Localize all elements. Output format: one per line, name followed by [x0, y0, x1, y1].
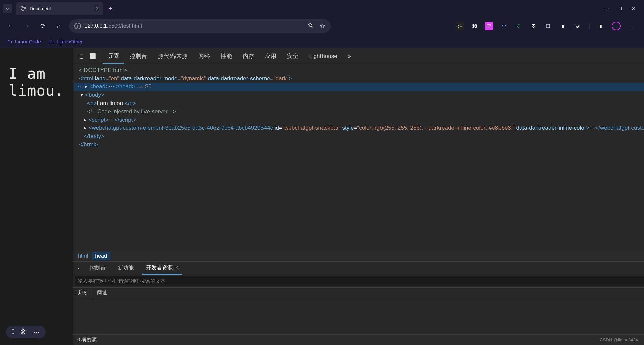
drawer-tab-whatsnew[interactable]: 新功能 [114, 262, 137, 275]
tab-close-button[interactable]: × [96, 6, 99, 12]
drawer-menu-icon[interactable]: ⋮ [76, 266, 81, 271]
ext-icon-4[interactable]: 〰 [500, 22, 508, 30]
tab-title: Document [30, 6, 51, 11]
close-icon[interactable]: ✕ [631, 6, 635, 11]
maximize-icon[interactable]: ❐ [618, 6, 622, 11]
devtools-drawer: ⋮ 控制台 新功能 开发者资源× ✕ 输入要在"网址"和"错误"列中搜索的文本 … [73, 261, 644, 345]
drawer-status: 0 项资源 [73, 334, 644, 345]
drawer-tab-devresources[interactable]: 开发者资源× [142, 262, 182, 275]
ext-icon-7[interactable]: ❐ [544, 22, 552, 30]
sidepanel-icon[interactable]: ◧ [597, 22, 606, 30]
drawer-tabs: ⋮ 控制台 新功能 开发者资源× ✕ [73, 262, 644, 275]
folder-icon: 🗀 [7, 39, 12, 44]
dom-selected-row[interactable]: ⋯ ▸ <head>⋯</head> == $0 [74, 83, 644, 91]
ext-icon-8[interactable]: ▮ [559, 22, 567, 30]
tab-performance[interactable]: 性能 [216, 48, 237, 64]
bookmarks-bar: 🗀LimouCode 🗀LimouOther [0, 35, 644, 48]
microphone-icon[interactable]: 🎤︎ [21, 328, 27, 336]
home-button[interactable]: ⌂ [53, 20, 64, 32]
profile-avatar-icon[interactable] [612, 22, 621, 30]
content-area: I am limou. I 🎤︎ ⋯ ⬚ ⬜ │ 元素 控制台 源代码/来源 网… [0, 48, 644, 345]
drawer-filter-row: 输入要在"网址"和"错误"列中搜索的文本 ✓通过网站加载 [73, 275, 644, 288]
text-cursor-icon[interactable]: I [12, 328, 14, 336]
tab-network[interactable]: 网络 [194, 48, 215, 64]
more-tabs-icon[interactable]: » [343, 48, 356, 64]
ext-icon-1[interactable]: ◎ [455, 22, 464, 30]
url-path: :5500/test.html [107, 23, 142, 29]
tab-application[interactable]: 应用 [260, 48, 281, 64]
new-tab-button[interactable]: + [105, 4, 115, 14]
browser-toolbar: ← → ⟳ ⌂ i 127.0.0.1:5500/test.html 🔍︎ ☆ … [0, 17, 644, 35]
voice-toolbar[interactable]: I 🎤︎ ⋯ [6, 326, 46, 338]
devtools-main: <!DOCTYPE html> <html lang="en" data-dar… [73, 64, 644, 261]
forward-button[interactable]: → [21, 20, 32, 32]
tab-lighthouse[interactable]: Lighthouse [304, 48, 342, 64]
dom-doctype: <!DOCTYPE html> [79, 67, 127, 73]
tab-close-icon[interactable]: × [175, 265, 178, 271]
tab-sources[interactable]: 源代码/来源 [153, 48, 193, 64]
drawer-table-header: 状态 网址 启动器 总字节数 错误 [73, 288, 644, 299]
reload-button[interactable]: ⟳ [37, 20, 48, 32]
minimize-icon[interactable]: ─ [605, 6, 608, 11]
device-toggle-icon[interactable]: ⬜ [87, 53, 98, 59]
devtools-panel: ⬚ ⬜ │ 元素 控制台 源代码/来源 网络 性能 内存 应用 安全 Light… [73, 48, 644, 345]
browser-tab[interactable]: 🌐︎ Document × [16, 2, 103, 15]
folder-icon: 🗀 [49, 39, 54, 44]
ext-icon-2[interactable]: 👀 [470, 22, 479, 30]
zoom-icon[interactable]: 🔍︎ [308, 22, 314, 30]
ext-icon-6[interactable]: 🚫︎ [529, 22, 538, 30]
ext-icon-3[interactable]: 中 [485, 22, 493, 30]
browser-titlebar: 🌐︎ Document × + ─ ❐ ✕ [0, 0, 644, 17]
site-info-icon[interactable]: i [74, 23, 81, 29]
crumb-html[interactable]: html [75, 252, 92, 260]
more-icon[interactable]: ⋯ [34, 328, 40, 336]
tab-memory[interactable]: 内存 [238, 48, 259, 64]
globe-icon: 🌐︎ [21, 6, 26, 12]
address-bar[interactable]: i 127.0.0.1:5500/test.html 🔍︎ ☆ [69, 19, 331, 33]
bookmark-star-icon[interactable]: ☆ [320, 22, 325, 30]
drawer-search-input[interactable]: 输入要在"网址"和"错误"列中搜索的文本 [75, 276, 644, 286]
webpage-viewport: I am limou. I 🎤︎ ⋯ [0, 48, 73, 345]
bookmark-label: LimouOther [57, 39, 83, 44]
bookmark-label: LimouCode [15, 39, 41, 44]
crumb-head[interactable]: head [92, 252, 110, 260]
bookmark-item[interactable]: 🗀LimouCode [7, 39, 41, 44]
dom-tree[interactable]: <!DOCTYPE html> <html lang="en" data-dar… [73, 64, 644, 251]
bookmark-item[interactable]: 🗀LimouOther [49, 39, 83, 44]
col-url[interactable]: 网址 [93, 288, 644, 299]
back-button[interactable]: ← [5, 20, 16, 32]
dom-breadcrumbs: html head [73, 251, 644, 261]
tab-elements[interactable]: 元素 [103, 48, 124, 64]
watermark: CSDN @limou3434 [600, 337, 638, 342]
window-controls: ─ ❐ ✕ [605, 6, 641, 11]
ext-icon-5[interactable]: 🛡︎ [514, 22, 523, 30]
url-host: 127.0.0.1 [84, 23, 107, 29]
tab-security[interactable]: 安全 [282, 48, 303, 64]
tab-console[interactable]: 控制台 [125, 48, 152, 64]
page-heading: I am limou. [9, 65, 64, 99]
inspect-element-icon[interactable]: ⬚ [76, 53, 86, 59]
extensions-puzzle-icon[interactable]: 🧩︎ [573, 22, 582, 30]
col-status[interactable]: 状态 [73, 288, 93, 299]
extensions-area: ◎ 👀 中 〰 🛡︎ 🚫︎ ❐ ▮ 🧩︎ │ ◧ ⋮ [455, 22, 639, 30]
menu-icon[interactable]: ⋮ [627, 22, 635, 30]
system-menu-button[interactable] [3, 4, 12, 13]
drawer-tab-console[interactable]: 控制台 [86, 262, 109, 275]
devtools-tabs: ⬚ ⬜ │ 元素 控制台 源代码/来源 网络 性能 内存 应用 安全 Light… [73, 48, 644, 64]
